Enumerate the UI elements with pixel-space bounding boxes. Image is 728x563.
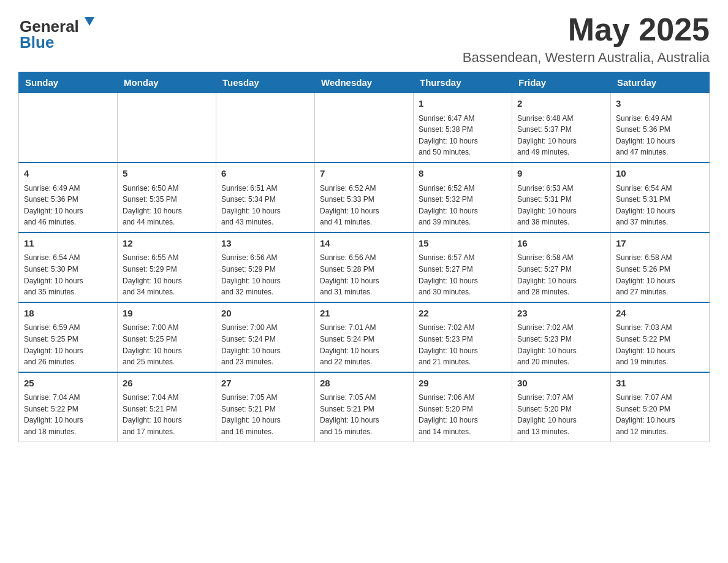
calendar-cell: 14Sunrise: 6:56 AMSunset: 5:28 PMDayligh… (315, 232, 414, 302)
calendar-cell: 19Sunrise: 7:00 AMSunset: 5:25 PMDayligh… (118, 302, 216, 372)
day-number: 17 (616, 237, 704, 251)
calendar-cell: 22Sunrise: 7:02 AMSunset: 5:23 PMDayligh… (414, 302, 512, 372)
day-info: Sunrise: 7:05 AMSunset: 5:21 PMDaylight:… (221, 392, 309, 437)
calendar-cell: 5Sunrise: 6:50 AMSunset: 5:35 PMDaylight… (118, 163, 216, 232)
day-number: 9 (517, 167, 605, 181)
calendar-week-row: 11Sunrise: 6:54 AMSunset: 5:30 PMDayligh… (19, 232, 710, 302)
day-info: Sunrise: 7:00 AMSunset: 5:24 PMDaylight:… (221, 322, 309, 367)
calendar-week-row: 18Sunrise: 6:59 AMSunset: 5:25 PMDayligh… (19, 302, 710, 372)
weekday-header-saturday: Saturday (611, 72, 710, 93)
day-number: 27 (221, 377, 309, 391)
day-number: 10 (616, 167, 704, 181)
calendar-cell (315, 93, 414, 163)
calendar-week-row: 4Sunrise: 6:49 AMSunset: 5:36 PMDaylight… (19, 163, 710, 232)
calendar-cell: 21Sunrise: 7:01 AMSunset: 5:24 PMDayligh… (315, 302, 414, 372)
day-number: 31 (616, 377, 704, 391)
day-number: 11 (24, 237, 112, 251)
calendar-cell: 4Sunrise: 6:49 AMSunset: 5:36 PMDaylight… (19, 163, 118, 232)
location-title: Bassendean, Western Australia, Australia (463, 50, 710, 66)
month-title: May 2025 (463, 12, 710, 47)
weekday-header-thursday: Thursday (414, 72, 512, 93)
calendar-cell: 6Sunrise: 6:51 AMSunset: 5:34 PMDaylight… (216, 163, 315, 232)
day-info: Sunrise: 7:01 AMSunset: 5:24 PMDaylight:… (320, 322, 408, 367)
day-info: Sunrise: 6:49 AMSunset: 5:36 PMDaylight:… (24, 183, 112, 228)
day-info: Sunrise: 6:48 AMSunset: 5:37 PMDaylight:… (517, 113, 605, 158)
day-info: Sunrise: 7:02 AMSunset: 5:23 PMDaylight:… (419, 322, 507, 367)
weekday-header-row: SundayMondayTuesdayWednesdayThursdayFrid… (19, 72, 710, 93)
day-number: 1 (419, 97, 507, 111)
calendar-cell: 24Sunrise: 7:03 AMSunset: 5:22 PMDayligh… (611, 302, 710, 372)
day-info: Sunrise: 6:52 AMSunset: 5:32 PMDaylight:… (419, 183, 507, 228)
day-number: 20 (221, 307, 309, 321)
calendar-week-row: 25Sunrise: 7:04 AMSunset: 5:22 PMDayligh… (19, 372, 710, 442)
day-number: 5 (123, 167, 211, 181)
day-info: Sunrise: 6:51 AMSunset: 5:34 PMDaylight:… (221, 183, 309, 228)
calendar-cell: 13Sunrise: 6:56 AMSunset: 5:29 PMDayligh… (216, 232, 315, 302)
day-info: Sunrise: 6:59 AMSunset: 5:25 PMDaylight:… (24, 322, 112, 367)
day-info: Sunrise: 7:04 AMSunset: 5:22 PMDaylight:… (24, 392, 112, 437)
day-info: Sunrise: 7:07 AMSunset: 5:20 PMDaylight:… (616, 392, 704, 437)
title-block: May 2025 Bassendean, Western Australia, … (463, 12, 710, 66)
calendar-table: SundayMondayTuesdayWednesdayThursdayFrid… (18, 72, 710, 442)
calendar-cell: 23Sunrise: 7:02 AMSunset: 5:23 PMDayligh… (512, 302, 611, 372)
logo-svg: General Blue (18, 12, 98, 52)
page-header: General Blue May 2025 Bassendean, Wester… (18, 12, 710, 66)
day-number: 12 (123, 237, 211, 251)
day-info: Sunrise: 6:54 AMSunset: 5:30 PMDaylight:… (24, 252, 112, 297)
calendar-cell (19, 93, 118, 163)
day-number: 3 (616, 97, 704, 111)
calendar-cell: 2Sunrise: 6:48 AMSunset: 5:37 PMDaylight… (512, 93, 611, 163)
day-info: Sunrise: 6:58 AMSunset: 5:27 PMDaylight:… (517, 252, 605, 297)
day-number: 30 (517, 377, 605, 391)
day-info: Sunrise: 6:56 AMSunset: 5:28 PMDaylight:… (320, 252, 408, 297)
calendar-cell (216, 93, 315, 163)
day-number: 24 (616, 307, 704, 321)
calendar-cell: 29Sunrise: 7:06 AMSunset: 5:20 PMDayligh… (414, 372, 512, 442)
calendar-cell (118, 93, 216, 163)
day-number: 19 (123, 307, 211, 321)
day-info: Sunrise: 6:57 AMSunset: 5:27 PMDaylight:… (419, 252, 507, 297)
weekday-header-friday: Friday (512, 72, 611, 93)
weekday-header-wednesday: Wednesday (315, 72, 414, 93)
day-number: 22 (419, 307, 507, 321)
day-info: Sunrise: 6:49 AMSunset: 5:36 PMDaylight:… (616, 113, 704, 158)
calendar-cell: 11Sunrise: 6:54 AMSunset: 5:30 PMDayligh… (19, 232, 118, 302)
calendar-cell: 16Sunrise: 6:58 AMSunset: 5:27 PMDayligh… (512, 232, 611, 302)
calendar-cell: 7Sunrise: 6:52 AMSunset: 5:33 PMDaylight… (315, 163, 414, 232)
calendar-cell: 12Sunrise: 6:55 AMSunset: 5:29 PMDayligh… (118, 232, 216, 302)
day-info: Sunrise: 6:56 AMSunset: 5:29 PMDaylight:… (221, 252, 309, 297)
day-number: 7 (320, 167, 408, 181)
day-info: Sunrise: 6:47 AMSunset: 5:38 PMDaylight:… (419, 113, 507, 158)
day-info: Sunrise: 7:00 AMSunset: 5:25 PMDaylight:… (123, 322, 211, 367)
day-number: 29 (419, 377, 507, 391)
calendar-cell: 9Sunrise: 6:53 AMSunset: 5:31 PMDaylight… (512, 163, 611, 232)
day-info: Sunrise: 6:58 AMSunset: 5:26 PMDaylight:… (616, 252, 704, 297)
day-number: 13 (221, 237, 309, 251)
svg-marker-1 (85, 17, 94, 26)
day-info: Sunrise: 7:05 AMSunset: 5:21 PMDaylight:… (320, 392, 408, 437)
day-number: 14 (320, 237, 408, 251)
day-info: Sunrise: 7:04 AMSunset: 5:21 PMDaylight:… (123, 392, 211, 437)
calendar-cell: 8Sunrise: 6:52 AMSunset: 5:32 PMDaylight… (414, 163, 512, 232)
day-info: Sunrise: 7:02 AMSunset: 5:23 PMDaylight:… (517, 322, 605, 367)
day-number: 6 (221, 167, 309, 181)
day-info: Sunrise: 7:06 AMSunset: 5:20 PMDaylight:… (419, 392, 507, 437)
calendar-cell: 17Sunrise: 6:58 AMSunset: 5:26 PMDayligh… (611, 232, 710, 302)
logo: General Blue (18, 12, 98, 52)
calendar-cell: 30Sunrise: 7:07 AMSunset: 5:20 PMDayligh… (512, 372, 611, 442)
calendar-cell: 25Sunrise: 7:04 AMSunset: 5:22 PMDayligh… (19, 372, 118, 442)
calendar-cell: 1Sunrise: 6:47 AMSunset: 5:38 PMDaylight… (414, 93, 512, 163)
calendar-cell: 31Sunrise: 7:07 AMSunset: 5:20 PMDayligh… (611, 372, 710, 442)
day-number: 25 (24, 377, 112, 391)
weekday-header-monday: Monday (118, 72, 216, 93)
day-number: 15 (419, 237, 507, 251)
weekday-header-tuesday: Tuesday (216, 72, 315, 93)
calendar-cell: 15Sunrise: 6:57 AMSunset: 5:27 PMDayligh… (414, 232, 512, 302)
day-number: 28 (320, 377, 408, 391)
day-info: Sunrise: 6:52 AMSunset: 5:33 PMDaylight:… (320, 183, 408, 228)
calendar-cell: 3Sunrise: 6:49 AMSunset: 5:36 PMDaylight… (611, 93, 710, 163)
day-info: Sunrise: 6:55 AMSunset: 5:29 PMDaylight:… (123, 252, 211, 297)
day-number: 26 (123, 377, 211, 391)
svg-text:Blue: Blue (20, 33, 54, 52)
day-number: 23 (517, 307, 605, 321)
